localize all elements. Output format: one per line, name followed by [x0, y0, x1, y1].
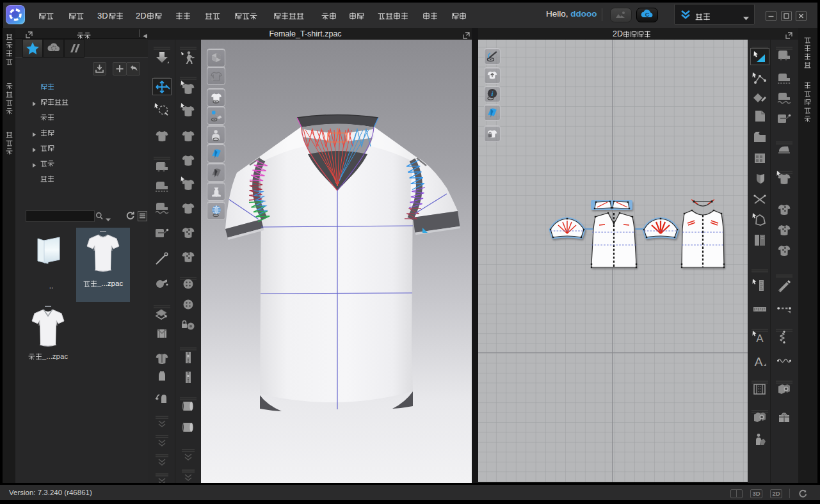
svg-text:C: C	[645, 12, 650, 18]
svg-text:A: A	[755, 355, 763, 368]
svg-text:A: A	[756, 333, 764, 345]
